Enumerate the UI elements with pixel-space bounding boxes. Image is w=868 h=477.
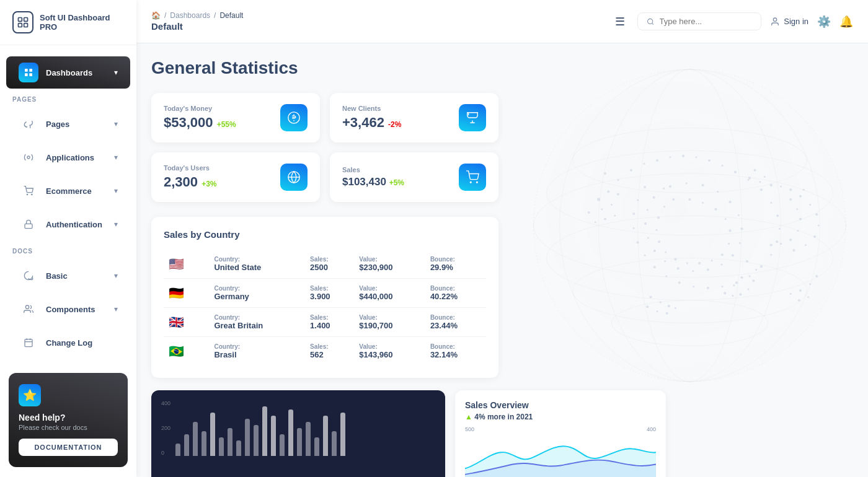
svg-point-120 [746,260,748,263]
pages-icon [19,114,38,134]
bar-item [297,428,302,456]
breadcrumb-current: Default [219,11,243,20]
app-name: Soft UI Dashboard PRO [40,13,124,32]
sales-by-country-card: Sales by Country 🇺🇸 Country: United Stat… [151,217,498,378]
svg-point-48 [749,275,751,277]
svg-point-43 [776,214,779,217]
bar-item [219,437,224,456]
svg-point-8 [27,156,30,159]
sales-overview-card: Sales Overview ▲ 4% more in 2021 500 400 [455,390,666,477]
svg-point-47 [760,265,763,268]
svg-point-157 [476,182,477,183]
svg-point-54 [665,275,667,277]
svg-point-25 [612,300,768,346]
country-flag-cell: 🇺🇸 [164,250,209,279]
components-icon [19,299,38,319]
value-cell-us: Value: $230,900 [354,250,425,279]
signin-button[interactable]: Sign in [770,17,808,27]
chevron-down-icon-auth: ▾ [114,220,118,229]
sidebar-item-pages[interactable]: Pages ▾ [6,108,130,140]
svg-point-44 [779,228,781,230]
sidebar-item-authentication[interactable]: Authentication ▾ [6,208,130,240]
svg-point-38 [721,165,723,167]
col-label-bounce-de: Bounce: [430,285,481,292]
sales-val-de: 3.900 [310,292,330,301]
stat-label-money: Today's Money [164,105,236,112]
sales-cell-br: Sales: 562 [305,337,354,366]
logo-area: Soft UI Dashboard PRO [0,0,136,45]
bar-chart-card: 400 200 0 [151,390,445,477]
svg-point-107 [614,215,616,217]
value-val-us: $230,900 [359,263,392,272]
svg-point-150 [798,299,800,302]
sidebar-item-label-auth: Authentication [46,220,107,229]
dashboards-icon [19,63,38,82]
sidebar-item-dashboards[interactable]: Dashboards ▾ [6,56,130,89]
col-label-value-gb: Value: [359,314,420,321]
home-icon: 🏠 [151,11,161,20]
svg-point-73 [692,270,694,272]
basic-icon [19,266,38,286]
svg-point-9 [27,194,27,195]
bar-item [288,409,293,456]
signin-label: Sign in [784,17,808,26]
bar-item [332,431,337,456]
col-label-value-br: Value: [359,343,420,350]
stat-card-sales: Sales $103,430 +5% [330,152,498,202]
country-table: 🇺🇸 Country: United State Sales: 2500 Val… [164,250,486,365]
svg-point-36 [695,156,697,158]
notification-icon[interactable]: 🔔 [839,15,853,28]
table-row: 🇬🇧 Country: Great Britain Sales: 1.400 V… [164,308,486,337]
col-label-country-de: Country: [214,285,300,292]
svg-point-144 [780,243,782,245]
sidebar-item-ecommerce[interactable]: Ecommerce ▾ [6,175,130,207]
svg-point-118 [656,310,658,312]
documentation-button[interactable]: DOCUMENTATION [19,439,118,456]
breadcrumb: 🏠 / Dashboards / Default Default [151,11,603,32]
sidebar-item-basic[interactable]: Basic ▾ [6,260,130,292]
sidebar-item-components[interactable]: Components ▾ [6,293,130,325]
stat-icon-money [280,104,308,131]
sidebar-item-changelog[interactable]: Change Log [6,326,130,359]
svg-point-125 [732,295,733,297]
svg-point-105 [595,221,596,223]
ecommerce-icon [19,181,38,201]
col-label-value: Value: [359,256,420,263]
country-name-de: Germany [214,292,249,301]
help-subtitle: Please check our docs [19,424,118,431]
flag-de: 🇩🇪 [169,286,184,300]
bar-item [184,434,189,456]
search-input[interactable] [660,17,753,26]
bounce-val-de: 40.22% [430,292,458,301]
svg-point-94 [658,240,660,243]
sales-val-us: 2500 [310,263,328,272]
svg-point-108 [753,169,756,172]
col-label-sales-gb: Sales: [310,314,349,321]
stat-label-users: Today's Users [164,164,217,172]
svg-point-123 [747,288,749,290]
svg-point-74 [677,267,680,269]
svg-point-135 [792,249,795,252]
sales-val-gb: 1.400 [310,321,330,330]
svg-point-26 [638,69,742,382]
svg-point-112 [748,177,751,179]
sidebar-item-applications[interactable]: Applications ▾ [6,141,130,173]
svg-point-30 [617,179,619,181]
country-flag-cell: 🇩🇪 [164,279,209,308]
search-bar[interactable] [637,12,761,30]
svg-point-59 [632,212,635,215]
bar-item [323,416,328,456]
breadcrumb-title: Default [151,21,603,32]
table-row: 🇺🇸 Country: United State Sales: 2500 Val… [164,250,486,279]
svg-point-40 [747,179,749,181]
menu-toggle-icon[interactable]: ☰ [613,12,627,31]
svg-point-138 [780,185,782,187]
svg-point-52 [693,286,694,287]
svg-point-72 [707,268,709,271]
bar-item [280,434,285,456]
pages-section-label: PAGES [0,90,136,107]
svg-point-50 [721,286,723,287]
y-label-200: 200 [161,425,170,431]
settings-icon[interactable]: ⚙️ [817,15,831,28]
svg-point-63 [686,182,688,184]
